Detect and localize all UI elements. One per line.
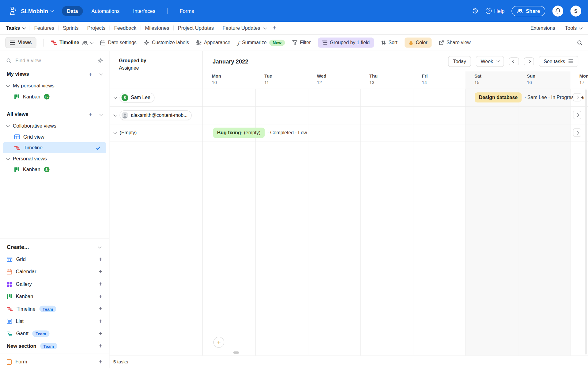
chevron-down-icon[interactable] — [99, 112, 103, 116]
chevron-right-icon — [575, 95, 579, 99]
group-row-alexsmith[interactable]: alexsmith@content-mob... — [110, 106, 203, 124]
create-gallery-button[interactable]: + — [99, 281, 102, 287]
workspace-switcher[interactable]: SLMobbin — [21, 8, 54, 14]
create-grid-button[interactable]: + — [99, 256, 102, 263]
current-view-switcher[interactable]: Timeline — [51, 40, 93, 45]
create-calendar-button[interactable]: + — [99, 269, 102, 275]
group-my-personal-views[interactable]: My personal views — [0, 80, 109, 91]
table-tab-feature-updates[interactable]: Feature Updates — [222, 25, 260, 31]
divider — [218, 25, 218, 30]
create-timeline-button[interactable]: + — [99, 306, 102, 312]
content: My views + My personal views Kanban S — [0, 51, 588, 368]
history-icon[interactable] — [472, 7, 478, 14]
group-personal-views[interactable]: Personal views — [0, 153, 109, 164]
search-icon — [6, 58, 12, 63]
expand-group-button[interactable] — [573, 128, 581, 137]
table-tab-features[interactable]: Features — [34, 25, 54, 31]
create-list-button[interactable]: + — [99, 318, 102, 324]
create-header[interactable]: Create... — [0, 240, 109, 253]
share-button[interactable]: Share — [512, 6, 545, 16]
funnel-icon — [292, 40, 297, 45]
create-gallery-row: Gallery + — [0, 278, 109, 290]
add-view-button[interactable]: + — [89, 111, 92, 117]
find-view-input[interactable] — [15, 58, 94, 63]
filter-label: Filter — [300, 40, 311, 45]
tab-automations[interactable]: Automations — [87, 6, 125, 16]
chevron-down-icon — [6, 124, 10, 127]
chevron-down-icon[interactable] — [99, 72, 103, 75]
view-settings-gear-icon[interactable] — [97, 58, 103, 63]
group-collaborative-views[interactable]: Collaborative views — [0, 121, 109, 132]
task-meta: · Completed · Low — [267, 130, 307, 136]
share-view-button[interactable]: Share view — [439, 40, 470, 45]
task-bug-fixing[interactable]: Bug fixing · (empty) · Completed · Low — [213, 128, 307, 138]
sort-button[interactable]: Sort — [381, 40, 398, 45]
tab-data[interactable]: Data — [62, 6, 83, 16]
summarize-button[interactable]: ƒ Summarize New — [237, 40, 285, 46]
people-icon — [517, 9, 523, 13]
color-button[interactable]: Color — [405, 37, 432, 48]
table-tab-project-updates[interactable]: Project Updates — [178, 25, 214, 31]
extensions-button[interactable]: Extensions — [530, 25, 555, 31]
task-pill[interactable]: Bug fixing · (empty) — [213, 128, 265, 138]
group-row-sam-lee[interactable]: S Sam Lee — [110, 89, 203, 106]
user-avatar[interactable]: S — [570, 6, 581, 17]
view-label: Kanban — [23, 94, 40, 99]
table-tab-feedback[interactable]: Feedback — [114, 25, 137, 31]
sidebar-item-kanban-personal[interactable]: Kanban S — [0, 91, 109, 102]
view-label: Kanban — [23, 167, 40, 172]
group-row-empty[interactable]: (Empty) — [110, 124, 203, 142]
sidebar-item-timeline-view[interactable]: Timeline — [3, 142, 106, 153]
create-kanban-button[interactable]: + — [99, 293, 102, 300]
bell-icon — [555, 8, 560, 14]
group-button[interactable]: Grouped by 1 field — [318, 37, 374, 48]
divider — [110, 25, 110, 30]
tab-interfaces[interactable]: Interfaces — [128, 6, 160, 16]
customize-labels-button[interactable]: Customize labels — [144, 40, 189, 45]
expand-group-button[interactable] — [573, 93, 581, 102]
table-tab-sprints[interactable]: Sprints — [63, 25, 78, 31]
tools-button[interactable]: Tools — [565, 25, 582, 31]
timeline-view-icon — [7, 306, 13, 312]
range-label: Week — [481, 58, 493, 64]
filter-button[interactable]: Filter — [292, 40, 311, 45]
tablebar-right: Extensions Tools — [530, 25, 582, 31]
collapse-group-icon[interactable] — [113, 113, 117, 116]
see-tasks-button[interactable]: See tasks — [539, 56, 578, 67]
add-table-button[interactable]: + — [273, 24, 276, 32]
next-week-button[interactable] — [524, 57, 534, 65]
add-view-button[interactable]: + — [89, 71, 92, 77]
create-gantt-button[interactable]: + — [99, 331, 102, 337]
date-settings-button[interactable]: Date settings — [100, 40, 137, 45]
more-tables-button[interactable] — [264, 27, 267, 29]
sidebar-item-grid-view[interactable]: Grid view — [0, 132, 109, 143]
create-form-button[interactable]: + — [99, 358, 102, 365]
spacer — [0, 175, 109, 238]
expand-group-button[interactable] — [573, 111, 581, 119]
notifications-button[interactable] — [552, 6, 564, 17]
vertical-scrollbar[interactable] — [585, 89, 587, 354]
table-tab-milestones[interactable]: Milestones — [145, 25, 169, 31]
task-design-database[interactable]: Design database · Sam Lee · In Progress — [475, 92, 576, 102]
search-button[interactable] — [577, 40, 583, 46]
table-tab-tasks[interactable]: Tasks — [6, 25, 26, 31]
horizontal-scrollbar[interactable] — [233, 351, 239, 354]
prev-week-button[interactable] — [509, 57, 519, 65]
sidebar-item-kanban[interactable]: Kanban S — [0, 164, 109, 175]
add-record-button[interactable]: + — [213, 337, 224, 348]
table-tab-projects[interactable]: Projects — [87, 25, 106, 31]
create-new-section-button[interactable]: + — [99, 343, 102, 349]
workspace-logo-icon[interactable] — [7, 5, 18, 17]
range-select[interactable]: Week — [476, 56, 504, 67]
task-pill[interactable]: Design database — [475, 92, 522, 102]
kanban-view-icon — [14, 94, 20, 99]
collapse-group-icon[interactable] — [113, 95, 117, 99]
tab-forms[interactable]: Forms — [175, 6, 199, 16]
view-toolbar: Views Timeline Date settings — [0, 35, 588, 51]
collapse-group-icon[interactable] — [113, 130, 117, 134]
views-sidebar-toggle[interactable]: Views — [5, 37, 36, 48]
help-button[interactable]: ? Help — [485, 8, 504, 14]
appearance-button[interactable]: Appearance — [196, 40, 230, 45]
today-button[interactable]: Today — [448, 56, 471, 67]
create-new-section-row: New section Team + — [0, 340, 109, 352]
